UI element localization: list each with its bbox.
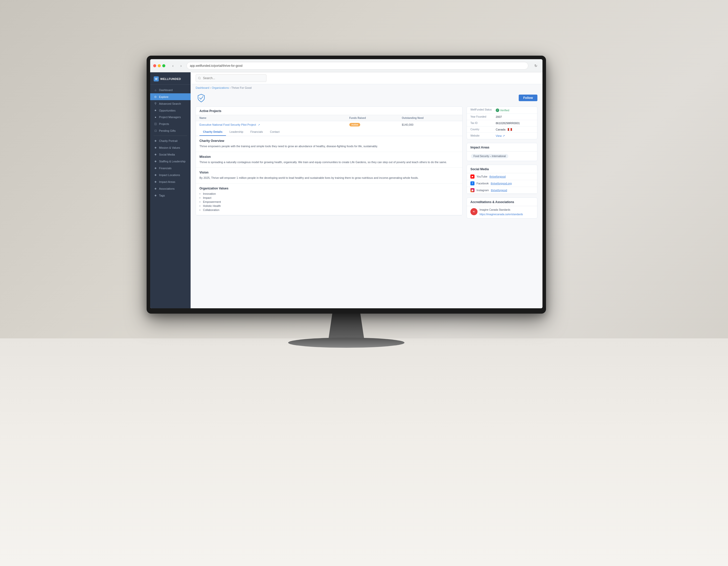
sidebar-item-label: Mission & Values: [159, 146, 180, 149]
pending-gifts-icon: ◻: [154, 129, 157, 132]
mission-text: Thrive is spreading a naturally contagio…: [199, 160, 459, 165]
dashboard-icon: ⌂: [154, 88, 157, 91]
url-text: app.wellfunded.io/portal/thrive-for-good: [190, 64, 242, 67]
impact-locations-icon: ◈: [154, 173, 157, 176]
list-item: Holistic Health: [199, 204, 459, 208]
sidebar-item-label: Charity Portrait: [159, 139, 177, 142]
verified-badge: ✓ Verified: [496, 108, 509, 112]
vision-text: By 2025, Thrive will empower 1 million p…: [199, 176, 459, 180]
maximize-button[interactable]: [162, 64, 165, 67]
staffing-icon: ◈: [154, 159, 157, 163]
follow-button[interactable]: Follow: [519, 95, 537, 101]
tax-id-label: Tax ID: [470, 122, 496, 125]
sidebar-item-projects[interactable]: ◫ Projects: [150, 120, 191, 127]
instagram-platform-label: Instagram: [476, 189, 489, 192]
sidebar-item-label: Dashboard: [159, 88, 173, 91]
sidebar-item-social-media[interactable]: ◈ Social Media: [150, 151, 191, 158]
project-link[interactable]: Executive National Food Security Pilot P…: [199, 123, 256, 126]
tab-financials[interactable]: Financials: [247, 128, 266, 136]
address-bar[interactable]: app.wellfunded.io/portal/thrive-for-good: [187, 62, 528, 70]
tab-leadership[interactable]: Leadership: [226, 128, 247, 136]
youtube-row: ▶ YouTube thriveforgood: [467, 173, 537, 180]
impact-areas-icon: ◈: [154, 180, 157, 183]
sidebar-item-impact-locations[interactable]: ◈ Impact Locations: [150, 171, 191, 178]
projects-table: Name Funds Raised Outstanding Need: [196, 115, 462, 128]
country-row: Country Canada: [467, 126, 537, 133]
impact-areas-content: Food Security – International: [467, 151, 537, 161]
project-status-cell: Active: [346, 121, 398, 128]
website-row: Website View ↗: [467, 133, 537, 139]
charity-header: Follow: [191, 89, 542, 106]
breadcrumb-dashboard[interactable]: Dashboard: [196, 86, 209, 89]
sidebar-item-label: Social Media: [159, 153, 175, 156]
sidebar-item-pending-gifts[interactable]: ◻ Pending Gifts: [150, 127, 191, 134]
sidebar-item-label: Staffing & Leadership: [159, 160, 186, 163]
external-link-icon: ↗: [503, 134, 505, 137]
col-funds-raised: Funds Raised: [346, 115, 398, 121]
tax-id-value: 861028298RR0001: [496, 122, 520, 125]
vision-title: Vision: [199, 171, 459, 174]
list-item: Innovation: [199, 192, 459, 196]
back-button[interactable]: ‹: [169, 62, 176, 69]
accreditation-link[interactable]: https://imaginecanada.ca/en/standards: [480, 213, 523, 216]
breadcrumb-organizations[interactable]: Organizations: [212, 86, 229, 89]
sidebar-item-associations[interactable]: ◈ Associations: [150, 185, 191, 192]
browser-navigation: ‹ ›: [169, 62, 185, 69]
status-badge: Active: [349, 123, 360, 126]
sidebar-item-label: Project Managers: [159, 116, 181, 119]
mission-section: Mission Thrive is spreading a naturally …: [196, 152, 462, 168]
charity-portrait-icon: ◈: [154, 139, 157, 142]
sidebar-logo: W WELLFUNDED: [150, 72, 191, 85]
impact-areas-card: Impact Areas Food Security – Internation…: [467, 143, 537, 161]
instagram-row: ◉ Instagram thriveforgood: [467, 187, 537, 194]
sidebar-divider-1: [154, 135, 187, 136]
org-values-section: Organization Values Innovation Impact Em…: [196, 184, 462, 215]
verified-text: Verified: [500, 109, 509, 112]
wellfunded-status-label: WellFunded Status: [470, 108, 496, 112]
monitor-stand-base: [288, 338, 404, 348]
project-name-cell: Executive National Food Security Pilot P…: [196, 121, 346, 128]
imagine-canada-logo: IC: [470, 208, 477, 215]
year-founded-value: 2007: [496, 115, 502, 118]
close-button[interactable]: [153, 64, 156, 67]
tab-charity-details[interactable]: Charity Details: [199, 128, 226, 136]
search-input[interactable]: [196, 74, 266, 82]
charity-tabs: Charity Details Leadership Financials Co…: [196, 128, 462, 136]
youtube-handle[interactable]: thriveforgood: [489, 175, 506, 178]
tab-contact[interactable]: Contact: [266, 128, 283, 136]
active-projects-card: Active Projects Name Funds Raised Outsta…: [196, 106, 463, 215]
sidebar-item-mission-values[interactable]: ◈ Mission & Values: [150, 144, 191, 151]
youtube-icon: ▶: [470, 174, 474, 178]
wellfunded-status-row: WellFunded Status ✓ Verified: [467, 107, 537, 114]
year-founded-label: Year Founded: [470, 115, 496, 118]
main-column: Active Projects Name Funds Raised Outsta…: [196, 106, 463, 222]
sidebar-item-label: Impact Areas: [159, 180, 175, 183]
mission-icon: ◈: [154, 146, 157, 149]
instagram-handle[interactable]: thriveforgood: [491, 189, 507, 192]
facebook-handle[interactable]: thriveforgood.org: [491, 182, 512, 185]
refresh-button[interactable]: ↻: [532, 62, 539, 69]
monitor-stand-neck: [324, 311, 369, 342]
sidebar-item-opportunities[interactable]: ★ Opportunities: [150, 107, 191, 114]
minimize-button[interactable]: [158, 64, 161, 67]
canada-flag-icon: [508, 128, 512, 131]
sidebar-item-project-managers[interactable]: ● Project Managers: [150, 114, 191, 120]
sidebar-item-explore[interactable]: ◎ Explore: [150, 93, 191, 100]
sidebar-item-dashboard[interactable]: ⌂ Dashboard: [150, 87, 191, 93]
sidebar-item-impact-areas[interactable]: ◈ Impact Areas: [150, 178, 191, 185]
breadcrumb-sep-1: ›: [210, 86, 212, 89]
accreditation-name: Imagine Canada Standards: [480, 208, 523, 212]
project-managers-icon: ●: [154, 116, 157, 119]
sidebar-item-financials[interactable]: ◈ Financials: [150, 165, 191, 171]
advanced-search-icon: ⚲: [154, 102, 157, 105]
opportunities-icon: ★: [154, 109, 157, 112]
sidebar-item-charity-portrait[interactable]: ◈ Charity Portrait: [150, 137, 191, 144]
website-link[interactable]: View ↗: [496, 134, 505, 137]
sidebar-item-advanced-search[interactable]: ⚲ Advanced Search: [150, 100, 191, 107]
accreditation-item: IC Imagine Canada Standards https://imag…: [467, 206, 537, 218]
sidebar-item-staffing[interactable]: ◈ Staffing & Leadership: [150, 158, 191, 165]
sidebar-item-label: Opportunities: [159, 109, 175, 112]
forward-button[interactable]: ›: [177, 62, 185, 69]
country-value: Canada: [496, 128, 512, 131]
sidebar-item-tags[interactable]: ◈ Tags: [150, 192, 191, 199]
